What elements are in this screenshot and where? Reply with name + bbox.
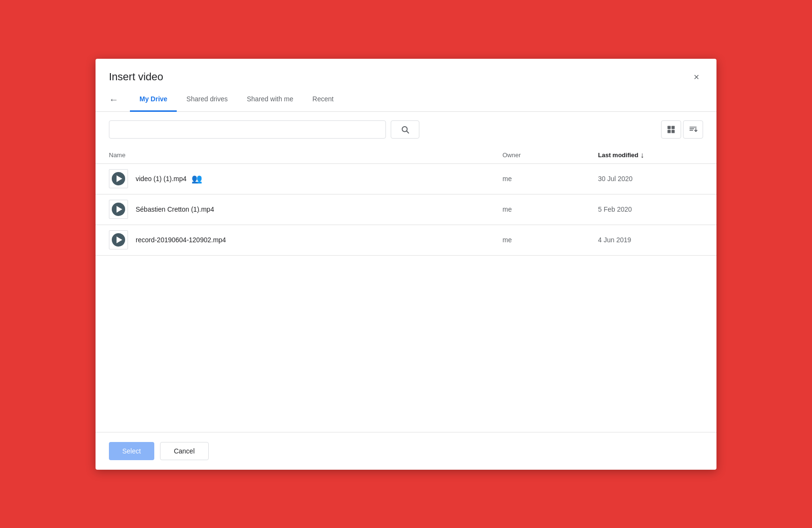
play-triangle-icon bbox=[117, 237, 122, 243]
svg-rect-2 bbox=[668, 126, 671, 129]
dialog-header: Insert video × bbox=[96, 59, 716, 84]
grid-icon bbox=[666, 125, 676, 134]
close-button[interactable]: × bbox=[690, 70, 703, 84]
file-icon bbox=[109, 200, 128, 219]
video-thumbnail bbox=[109, 169, 128, 188]
search-input[interactable] bbox=[109, 120, 386, 139]
tab-recent[interactable]: Recent bbox=[303, 87, 343, 112]
col-owner-header: Owner bbox=[502, 151, 598, 159]
file-name: video (1) (1).mp4 bbox=[136, 175, 187, 183]
tab-my-drive[interactable]: My Drive bbox=[130, 87, 177, 112]
grid-view-button[interactable] bbox=[661, 120, 681, 139]
col-name-header: Name bbox=[109, 151, 502, 159]
file-icon bbox=[109, 230, 128, 249]
search-button[interactable] bbox=[391, 120, 419, 139]
file-modified: 30 Jul 2020 bbox=[598, 175, 703, 183]
table-row[interactable]: Sébastien Cretton (1).mp4 me 5 Feb 2020 bbox=[96, 194, 716, 225]
svg-line-1 bbox=[407, 131, 409, 133]
file-name-cell: record-20190604-120902.mp4 bbox=[136, 236, 502, 244]
svg-point-0 bbox=[402, 127, 407, 132]
video-thumbnail bbox=[109, 230, 128, 249]
file-owner: me bbox=[502, 205, 598, 213]
play-triangle-icon bbox=[117, 206, 122, 213]
play-circle bbox=[112, 233, 125, 247]
table-row[interactable]: record-20190604-120902.mp4 me 4 Jun 2019 bbox=[96, 225, 716, 256]
file-modified: 4 Jun 2019 bbox=[598, 236, 703, 244]
sort-icon bbox=[688, 125, 698, 134]
file-icon bbox=[109, 169, 128, 188]
file-name: record-20190604-120902.mp4 bbox=[136, 236, 226, 244]
svg-rect-4 bbox=[668, 129, 671, 133]
sort-view-button[interactable] bbox=[683, 120, 703, 139]
tabs-row: ← My Drive Shared drives Shared with me … bbox=[96, 87, 716, 112]
file-owner: me bbox=[502, 236, 598, 244]
select-button[interactable]: Select bbox=[109, 442, 154, 460]
dialog-title: Insert video bbox=[109, 71, 163, 83]
video-thumbnail bbox=[109, 200, 128, 219]
shared-icon: 👥 bbox=[192, 173, 202, 184]
table-row[interactable]: video (1) (1).mp4 👥 me 30 Jul 2020 bbox=[96, 164, 716, 194]
view-controls bbox=[661, 120, 703, 139]
tab-shared-with-me[interactable]: Shared with me bbox=[237, 87, 303, 112]
tab-shared-drives[interactable]: Shared drives bbox=[177, 87, 237, 112]
play-triangle-icon bbox=[117, 175, 122, 182]
svg-rect-5 bbox=[672, 129, 675, 133]
file-owner: me bbox=[502, 175, 598, 183]
play-circle bbox=[112, 172, 125, 185]
file-list: video (1) (1).mp4 👥 me 30 Jul 2020 Sébas… bbox=[96, 164, 716, 256]
file-modified: 5 Feb 2020 bbox=[598, 205, 703, 213]
table-header: Name Owner Last modified ↓ bbox=[96, 147, 716, 164]
file-name-cell: video (1) (1).mp4 👥 bbox=[136, 173, 502, 184]
file-name: Sébastien Cretton (1).mp4 bbox=[136, 205, 214, 213]
sort-arrow-icon: ↓ bbox=[641, 151, 644, 160]
search-row bbox=[96, 112, 716, 147]
back-button[interactable]: ← bbox=[109, 91, 126, 108]
search-icon bbox=[401, 125, 409, 134]
col-modified-header[interactable]: Last modified ↓ bbox=[598, 151, 703, 160]
dialog-footer: Select Cancel bbox=[96, 432, 716, 470]
insert-video-dialog: Insert video × ← My Drive Shared drives … bbox=[96, 59, 716, 470]
svg-rect-3 bbox=[672, 126, 675, 129]
cancel-button[interactable]: Cancel bbox=[160, 442, 209, 460]
file-name-cell: Sébastien Cretton (1).mp4 bbox=[136, 205, 502, 213]
play-circle bbox=[112, 203, 125, 216]
